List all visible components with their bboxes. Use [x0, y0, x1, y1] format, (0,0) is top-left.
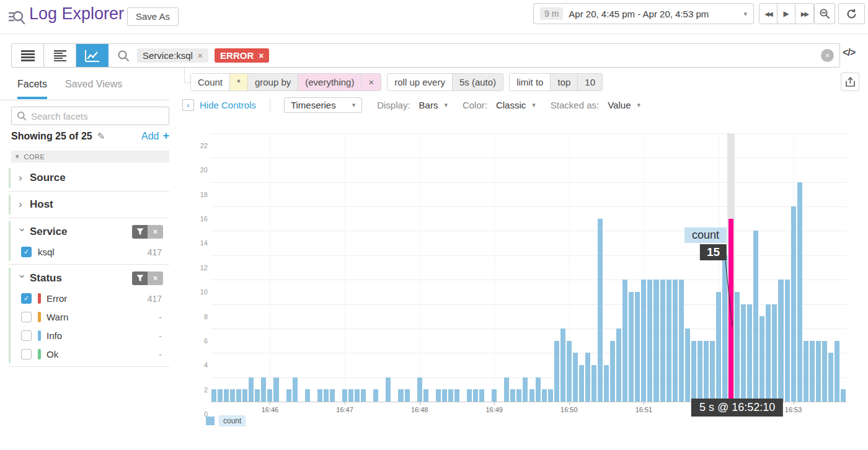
bar[interactable]: [510, 389, 515, 402]
facet-value-row[interactable]: ✓ ksql 417: [19, 247, 169, 257]
bar[interactable]: [504, 377, 509, 402]
bar[interactable]: [479, 389, 484, 402]
chart-plot[interactable]: 16:4616:4716:4816:4916:5016:5116:53count…: [211, 133, 846, 402]
clear-group-by-icon[interactable]: ×: [361, 74, 381, 90]
group-by-label[interactable]: group by: [247, 74, 298, 90]
bar[interactable]: [647, 280, 652, 402]
filter-tag-error[interactable]: ERROR ×: [215, 48, 269, 63]
bar[interactable]: [567, 341, 572, 402]
bar[interactable]: [610, 341, 615, 402]
bar[interactable]: [293, 377, 298, 402]
clear-search-icon[interactable]: ×: [821, 49, 834, 62]
bar[interactable]: [373, 389, 378, 402]
group-by-value[interactable]: (everything): [298, 74, 361, 90]
color-dropdown[interactable]: Classic ▾: [496, 100, 536, 110]
bar[interactable]: [242, 389, 247, 402]
checkbox-unchecked-icon[interactable]: [21, 330, 32, 341]
bar[interactable]: [816, 341, 821, 402]
bar[interactable]: [841, 389, 846, 402]
bar[interactable]: [423, 389, 428, 402]
refresh-button[interactable]: [838, 3, 865, 24]
bar[interactable]: [224, 389, 229, 402]
bar[interactable]: [230, 389, 235, 402]
bar[interactable]: [473, 389, 478, 402]
bar[interactable]: [492, 389, 497, 402]
facet-value-row-ok[interactable]: Ok -: [19, 349, 169, 360]
bar[interactable]: [622, 280, 627, 402]
remove-filter-icon[interactable]: ×: [259, 51, 264, 61]
bar[interactable]: [722, 255, 727, 402]
timeseries-chart[interactable]: 0246810121416182022 16:4616:4716:4816:49…: [189, 121, 868, 450]
bar[interactable]: [653, 280, 658, 402]
bar[interactable]: [698, 341, 702, 402]
bar[interactable]: [273, 377, 278, 402]
bar[interactable]: [560, 329, 565, 402]
bar[interactable]: [548, 389, 553, 402]
bar[interactable]: [635, 292, 640, 402]
tab-facets[interactable]: Facets: [17, 79, 47, 99]
bar[interactable]: [286, 389, 291, 402]
bar[interactable]: [554, 341, 559, 402]
bar[interactable]: [791, 206, 796, 402]
bar[interactable]: [772, 304, 777, 402]
facet-header-source[interactable]: › Source: [19, 172, 169, 184]
remove-filter-icon[interactable]: ×: [198, 51, 203, 61]
bar[interactable]: [516, 389, 521, 402]
bar[interactable]: [747, 304, 752, 402]
bar[interactable]: [753, 231, 758, 402]
bar[interactable]: [236, 389, 241, 402]
bar[interactable]: [398, 389, 403, 402]
facet-search-input[interactable]: [31, 111, 143, 121]
facet-value-row-info[interactable]: Info -: [19, 330, 169, 341]
bar[interactable]: [785, 280, 790, 402]
facet-search[interactable]: [11, 107, 169, 125]
bar[interactable]: [822, 341, 827, 402]
filter-tag-service[interactable]: Service:ksql ×: [137, 48, 208, 63]
export-button[interactable]: [841, 73, 859, 91]
highlighted-bar[interactable]: [728, 219, 733, 402]
chart-legend[interactable]: count: [206, 415, 246, 426]
bar[interactable]: [673, 280, 678, 402]
measure-label[interactable]: Count: [191, 74, 229, 90]
bar[interactable]: [766, 304, 771, 402]
bar[interactable]: [386, 377, 391, 402]
time-range-picker[interactable]: 9 m Apr 20, 4:45 pm - Apr 20, 4:53 pm ▾: [533, 3, 754, 24]
bar[interactable]: [704, 341, 709, 402]
bar[interactable]: [741, 304, 746, 402]
bar[interactable]: [679, 280, 684, 402]
checkbox-unchecked-icon[interactable]: [21, 349, 32, 360]
bar[interactable]: [536, 377, 541, 402]
bar[interactable]: [348, 389, 353, 402]
view-detail-button[interactable]: [44, 44, 76, 67]
bar[interactable]: [735, 292, 740, 402]
bar[interactable]: [579, 365, 584, 402]
bar[interactable]: [804, 341, 808, 402]
bar[interactable]: [598, 219, 603, 402]
save-as-button[interactable]: Save As: [127, 7, 179, 26]
bar[interactable]: [685, 329, 690, 402]
limit-mode[interactable]: top: [550, 74, 577, 90]
rewind-button[interactable]: ◀◀: [760, 4, 777, 24]
bar[interactable]: [436, 389, 441, 402]
bar[interactable]: [211, 389, 216, 402]
rollup-value[interactable]: 5s (auto): [452, 74, 503, 90]
measure-value[interactable]: *: [229, 74, 247, 90]
bar[interactable]: [417, 377, 422, 402]
facet-header-status[interactable]: › Status ×: [19, 271, 169, 285]
hide-controls-link[interactable]: Hide Controls: [200, 100, 256, 110]
bar[interactable]: [573, 353, 578, 402]
bar[interactable]: [448, 389, 453, 402]
bar[interactable]: [261, 377, 266, 402]
bar[interactable]: [604, 365, 609, 402]
bar[interactable]: [666, 280, 671, 402]
facet-value-row-error[interactable]: ✓ Error 417: [19, 293, 169, 304]
tab-saved-views[interactable]: Saved Views: [65, 79, 122, 90]
fast-forward-button[interactable]: ▶▶: [795, 4, 813, 24]
bar[interactable]: [716, 292, 721, 402]
display-dropdown[interactable]: Bars ▾: [419, 100, 448, 110]
bar[interactable]: [760, 316, 764, 402]
bar[interactable]: [523, 377, 528, 402]
bar[interactable]: [660, 280, 665, 402]
bar[interactable]: [778, 280, 783, 402]
bar[interactable]: [835, 341, 839, 402]
